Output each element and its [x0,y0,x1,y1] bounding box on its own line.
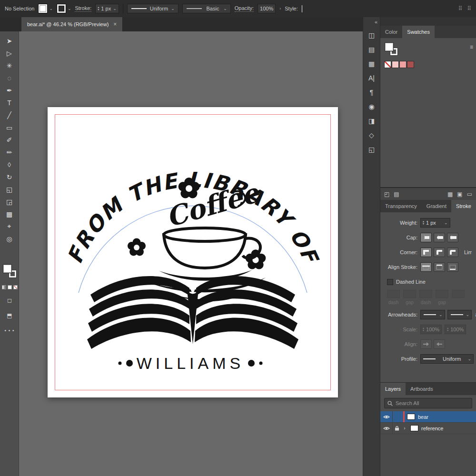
panel-menu-icon[interactable]: ≡ [470,44,473,50]
lasso-tool-icon[interactable]: ◌ [3,73,16,82]
canvas[interactable]: FROM THE LIBRARY OF Coffee [19,31,363,476]
stroke-weight-field[interactable]: ▴▾ 1 px ⌄ [420,218,450,228]
swatch[interactable] [392,61,399,68]
rotate-tool-icon[interactable]: ↻ [3,172,16,181]
eraser-tool-icon[interactable]: ◊ [3,160,16,169]
layer-row-reference[interactable]: › reference [380,423,476,434]
bevel-join-button[interactable] [447,248,458,257]
workspace-grid-icon[interactable]: ⠿ [467,5,471,12]
gap-input[interactable] [403,290,416,298]
butt-cap-button[interactable] [420,233,432,242]
stepper-icon[interactable]: ▴▾ [98,6,99,11]
rectangle-tool-icon[interactable]: ▭ [3,123,16,132]
profile-value[interactable]: Uniform [443,356,461,362]
libraries-panel-icon[interactable]: ◫ [368,32,375,39]
opacity-panel-link[interactable]: Opacity: [235,5,254,12]
align-arrowhead-end-button[interactable] [434,339,445,349]
fill-swatch[interactable] [38,4,48,13]
width-profile-dropdown[interactable]: Uniform ⌄ [420,354,474,364]
stroke-weight-field[interactable]: ▴▾ 1 px ⌄ [95,4,119,13]
tab-stroke[interactable]: Stroke [451,200,476,212]
paintbrush-tool-icon[interactable]: ✐ [3,135,16,144]
chevron-down-icon[interactable]: ⌄ [49,7,53,11]
round-join-button[interactable] [434,248,445,257]
swatch-kinds-icon[interactable]: ▤ [394,191,399,198]
gap-input[interactable] [436,290,448,298]
paragraph-panel-icon[interactable]: ¶ [370,89,374,96]
swatch[interactable] [407,61,414,68]
pen-tool-icon[interactable]: ✒ [3,86,16,95]
selection-tool-icon[interactable]: ➤ [3,36,16,45]
chevron-right-icon[interactable]: › [279,7,281,11]
lock-icon[interactable] [393,426,401,431]
line-segment-tool-icon[interactable]: ╱ [3,110,16,119]
projecting-cap-button[interactable] [447,233,458,242]
character-panel-icon[interactable]: A| [368,75,375,81]
fill-color-dropdown[interactable]: ⌄ [38,4,53,13]
arrowhead-start-dropdown[interactable]: ⌄ [420,310,445,319]
dash-input[interactable] [387,290,400,298]
swatch-libraries-icon[interactable]: ◰ [384,191,389,198]
align-panel-icon[interactable]: ▤ [368,46,375,53]
stroke-color-dropdown[interactable]: ⌄ [57,4,71,13]
tab-artboards[interactable]: Artboards [406,383,438,395]
brush-value[interactable]: Basic [207,6,219,11]
tab-swatches[interactable]: Swatches [402,26,435,38]
tab-gradient[interactable]: Gradient [422,200,451,212]
chevron-down-icon[interactable]: ⌄ [439,313,443,317]
dash-input[interactable] [452,290,465,298]
new-swatch-icon[interactable]: ▣ [457,191,462,198]
layer-name[interactable]: bear [418,414,428,420]
opacity-field[interactable]: 100% [258,4,276,13]
profile-value[interactable]: Uniform [150,6,169,11]
fill-indicator[interactable] [385,43,393,51]
gradient-tool-icon[interactable]: ▩ [3,209,16,218]
zoom-tool-icon[interactable]: ◎ [3,234,16,243]
chevron-down-icon[interactable]: ⌄ [223,7,227,11]
miter-join-button[interactable] [420,248,432,257]
artboard[interactable]: FROM THE LIBRARY OF Coffee [48,107,338,397]
tab-layers[interactable]: Layers [380,383,406,395]
magic-wand-tool-icon[interactable]: ✳ [3,61,16,70]
shape-builder-tool-icon[interactable]: ◲ [3,197,16,206]
symbols-panel-icon[interactable]: ◇ [369,132,374,139]
layer-thumbnail[interactable] [407,414,415,420]
arrowhead-scale-start-field[interactable]: ▴▾ 100% [420,325,442,334]
layer-row-bear[interactable]: bear [380,411,476,423]
align-stroke-outside-button[interactable] [447,262,458,272]
layer-name[interactable]: reference [421,426,443,431]
opacity-value[interactable]: 100% [260,6,273,11]
dashed-line-checkbox[interactable] [387,279,393,285]
layers-search-input[interactable]: Search All [384,398,472,408]
arrowhead-end-dropdown[interactable]: ⌄ [447,310,472,319]
tab-color[interactable]: Color [380,26,402,38]
workspace-grid-icon[interactable]: ⠿ [458,5,462,12]
close-icon[interactable]: × [113,21,117,28]
type-tool-icon[interactable]: T [3,98,16,107]
pathfinder-panel-icon[interactable]: ▦ [368,60,375,67]
expand-layer-icon[interactable]: › [401,426,408,431]
chevron-down-icon[interactable]: ⌄ [467,357,471,361]
swatch[interactable] [399,61,407,68]
align-stroke-center-button[interactable] [420,262,432,272]
new-color-group-icon[interactable]: ▦ [447,191,453,198]
pencil-tool-icon[interactable]: ✏ [3,148,16,157]
swatch-none[interactable] [384,61,391,68]
asset-export-panel-icon[interactable]: ◱ [368,146,375,153]
weight-value[interactable]: 1 px [426,220,442,226]
dash-input[interactable] [419,290,432,298]
visibility-eye-icon[interactable] [380,423,393,434]
stepper-icon[interactable]: ▴▾ [423,220,424,225]
round-cap-button[interactable] [434,233,445,242]
delete-swatch-icon[interactable]: ▭ [467,191,472,198]
visibility-eye-icon[interactable] [380,411,393,422]
swatches-fill-stroke-indicator[interactable] [385,43,397,55]
chevron-down-icon[interactable]: ⌄ [444,221,448,225]
brush-definition-dropdown[interactable]: Basic ⌄ [182,4,231,13]
chevron-down-icon[interactable]: ⌄ [68,7,71,11]
document-tab[interactable]: bear.ai* @ 46.24 % (RGB/Preview) × [21,17,123,31]
arrowhead-scale-end-field[interactable]: ▴▾ 100% [445,325,466,334]
tab-transparency[interactable]: Transparency [380,200,422,212]
gradient-panel-icon[interactable]: ◉ [368,103,374,110]
variable-width-profile-dropdown[interactable]: Uniform ⌄ [127,4,178,13]
